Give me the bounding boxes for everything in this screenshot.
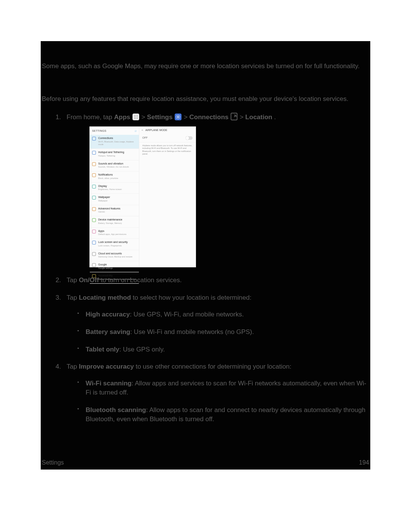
svg-point-6 — [137, 116, 138, 117]
connections-label: Connections — [190, 113, 229, 121]
item1-sub: Hotspot, Tethering — [98, 155, 124, 158]
hotspot-item-icon — [92, 151, 96, 155]
item3-sub: Block, allow, prioritize — [98, 177, 118, 180]
svg-point-3 — [137, 115, 138, 115]
svg-point-2 — [135, 115, 136, 115]
lock-item-icon — [92, 241, 96, 244]
item4-sub: Brightness, Home screen — [98, 188, 122, 191]
screenshot-right-header: < AIRPLANE MODE — [139, 127, 196, 134]
footer-page-number: 194 — [359, 459, 369, 467]
bs-desc: : Use Wi-Fi and mobile networks (no GPS)… — [130, 328, 254, 335]
wifi-label: Wi-Fi scanning — [86, 380, 132, 387]
step4-bullets: Wi-Fi scanning: Allow apps and services … — [77, 379, 369, 423]
item3-title: Notifications — [98, 173, 118, 177]
item7-title: Device maintenance — [98, 218, 122, 222]
connections-item-icon — [92, 137, 96, 141]
back-icon: < — [142, 128, 143, 132]
bullet-bluetooth-scanning: Bluetooth scanning: Allow apps to scan f… — [77, 406, 369, 424]
step3-bold: Locating method — [79, 294, 131, 301]
to-label: Tablet only — [86, 346, 119, 353]
settings-item-notifications: NotificationsBlock, allow, prioritize — [90, 171, 139, 182]
settings-item-lockscreen: Lock screen and securityLock screen, Fin… — [90, 239, 139, 250]
svg-point-9 — [137, 118, 138, 118]
item1-title: Hotspot and Tethering — [98, 150, 124, 154]
ha-desc: : Use GPS, Wi-Fi, and mobile networks. — [130, 311, 244, 318]
settings-item-google: GoogleGoogle settings — [90, 261, 139, 272]
intro-paragraph-2: Before using any features that require l… — [42, 94, 369, 104]
item4-title: Display — [98, 184, 122, 188]
item0-title: Connections — [98, 136, 137, 140]
step4-post: to use other connections for determining… — [134, 363, 292, 370]
item10-title: Cloud and accounts — [98, 252, 132, 256]
settings-item-connections: ConnectionsWi-Fi, Bluetooth, Data usage,… — [90, 135, 139, 149]
footer-section: Settings — [42, 459, 64, 467]
svg-point-4 — [134, 116, 135, 117]
location-label: Location — [245, 113, 272, 121]
svg-point-8 — [135, 118, 136, 118]
settings-item-display: DisplayBrightness, Home screen — [90, 183, 139, 194]
item5-title: Wallpaper — [98, 195, 110, 199]
maint-item-icon — [92, 218, 96, 222]
settings-item-wallpaper: WallpaperWallpaper — [90, 194, 139, 205]
settings-icon — [175, 113, 182, 123]
step3-pre: Tap — [67, 294, 79, 301]
bullet-high-accuracy: High accuracy: Use GPS, Wi-Fi, and mobil… — [77, 310, 369, 319]
apps-label: Apps — [114, 113, 131, 121]
apps-icon — [132, 113, 139, 123]
step3-post: to select how your location is determine… — [131, 294, 252, 301]
settings-header-text: SETTINGS — [92, 129, 106, 133]
step-4: Tap Improve accuracy to use other connec… — [63, 362, 369, 423]
settings-item-hotspot: Hotspot and TetheringHotspot, Tethering — [90, 149, 139, 160]
settings-screenshot: SETTINGS ⌕ ConnectionsWi-Fi, Bluetooth, … — [89, 126, 196, 267]
bullet-wifi-scanning: Wi-Fi scanning: Allow apps and services … — [77, 379, 369, 397]
advanced-item-icon — [92, 207, 96, 211]
svg-point-7 — [134, 118, 135, 118]
ha-label: High accuracy — [86, 311, 130, 318]
steps-list: From home, tap Apps > Settings > Connect… — [63, 113, 369, 424]
notif-item-icon — [92, 173, 96, 177]
airplane-header-text: AIRPLANE MODE — [145, 128, 167, 132]
settings-item-apps: AppsDefault apps, App permissions — [90, 228, 139, 239]
svg-point-21 — [234, 116, 235, 117]
airplane-description: Airplane mode allows you to turn off net… — [139, 142, 196, 158]
item6-sub: Games — [98, 211, 120, 214]
item10-sub: Samsung Cloud, Backup and restore — [98, 256, 132, 259]
settings-item-maintenance: Device maintenanceBattery, Storage, Memo… — [90, 216, 139, 227]
item9-title: Lock screen and security — [98, 240, 127, 244]
off-label: OFF — [142, 136, 148, 140]
step-1-text: From home, tap Apps > Settings > Connect… — [67, 113, 276, 121]
document-page: Some apps, such as Google Maps, may requ… — [41, 41, 370, 470]
step1-prefix: From home, tap — [67, 113, 114, 121]
step-2: Tap On/Off to turn on Location services. — [63, 276, 369, 285]
item5-sub: Wallpaper — [98, 200, 110, 203]
step-1: From home, tap Apps > Settings > Connect… — [63, 113, 369, 268]
sounds-item-icon — [92, 162, 96, 166]
step2-bold: On/Off — [79, 276, 99, 284]
item9-sub: Lock screen, Fingerprints — [98, 244, 127, 248]
item8-sub: Default apps, App permissions — [98, 233, 126, 236]
sep1: > — [142, 113, 147, 121]
page-footer: Settings 194 — [42, 459, 369, 467]
step3-bullets: High accuracy: Use GPS, Wi-Fi, and mobil… — [77, 310, 369, 354]
screenshot-left-panel: SETTINGS ⌕ ConnectionsWi-Fi, Bluetooth, … — [90, 127, 139, 267]
intro-paragraph-1: Some apps, such as Google Maps, may requ… — [42, 62, 369, 71]
item11-sub: Google settings — [98, 267, 113, 270]
item0-sub: Wi-Fi, Bluetooth, Data usage, Airplane m… — [98, 141, 137, 146]
screenshot-left-header: SETTINGS ⌕ — [90, 127, 139, 135]
svg-point-1 — [134, 115, 135, 115]
step2-post: to turn on Location services. — [99, 276, 182, 284]
toggle-icon — [186, 136, 193, 140]
to-desc: : Use GPS only. — [119, 346, 165, 353]
item7-sub: Battery, Storage, Memory — [98, 222, 122, 225]
settings-item-advanced: Advanced featuresGames — [90, 205, 139, 216]
bullet-battery-saving: Battery saving: Use Wi-Fi and mobile net… — [77, 328, 369, 337]
google-item-icon — [92, 263, 96, 267]
item8-title: Apps — [98, 229, 126, 233]
item2-sub: Sounds, Vibration, Do not disturb — [98, 166, 129, 169]
sep2: > — [184, 113, 190, 121]
bt-label: Bluetooth scanning — [86, 406, 146, 414]
cloud-item-icon — [92, 252, 96, 256]
bullet-tablet-only: Tablet only: Use GPS only. — [77, 345, 369, 354]
item2-title: Sounds and vibration — [98, 162, 129, 166]
connections-icon — [231, 113, 237, 123]
